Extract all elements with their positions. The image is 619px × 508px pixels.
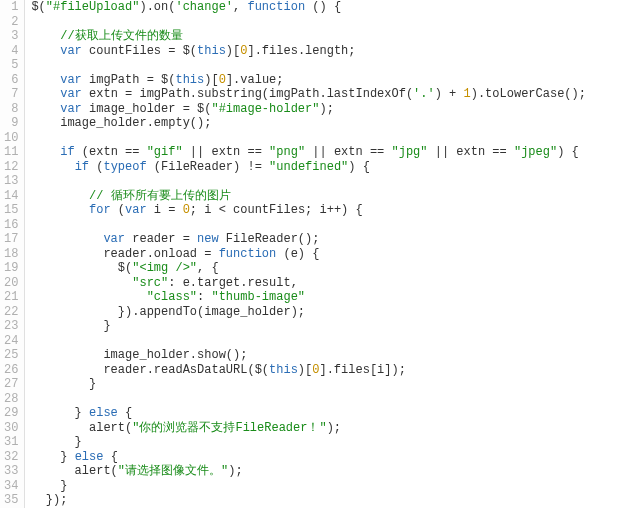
code-token: 1 xyxy=(464,87,471,101)
code-token: countFiles = $( xyxy=(82,44,197,58)
line-number: 11 xyxy=(4,145,18,160)
code-token: '.' xyxy=(413,87,435,101)
code-token: reader.readAsDataURL($( xyxy=(31,363,269,377)
code-line: $("<img />", { xyxy=(31,261,619,276)
code-token: else xyxy=(75,450,104,464)
code-token: }); xyxy=(31,493,67,507)
code-line: var image_holder = $("#image-holder"); xyxy=(31,102,619,117)
code-token: if xyxy=(60,145,74,159)
code-token xyxy=(31,290,146,304)
code-token: )[ xyxy=(204,73,218,87)
line-number: 8 xyxy=(4,102,18,117)
code-token: this xyxy=(197,44,226,58)
code-token: "jpg" xyxy=(392,145,428,159)
code-line: //获取上传文件的数量 xyxy=(31,29,619,44)
code-token: , xyxy=(233,0,247,14)
code-token: , { xyxy=(197,261,219,275)
code-token xyxy=(31,145,60,159)
line-number: 1 xyxy=(4,0,18,15)
code-token: "#fileUpload" xyxy=(46,0,140,14)
code-token: (FileReader) != xyxy=(147,160,269,174)
line-number: 5 xyxy=(4,58,18,73)
code-token: //获取上传文件的数量 xyxy=(60,29,182,43)
line-number: 25 xyxy=(4,348,18,363)
code-line: image_holder.empty(); xyxy=(31,116,619,131)
line-number: 22 xyxy=(4,305,18,320)
code-token: "src" xyxy=(132,276,168,290)
code-token: ) { xyxy=(557,145,579,159)
code-token: ).on( xyxy=(139,0,175,14)
code-token xyxy=(31,44,60,58)
code-token: this xyxy=(175,73,204,87)
code-token: this xyxy=(269,363,298,377)
line-number: 30 xyxy=(4,421,18,436)
code-token: "#image-holder" xyxy=(211,102,319,116)
code-token: ); xyxy=(228,464,242,478)
code-line: "class": "thumb-image" xyxy=(31,290,619,305)
code-token xyxy=(31,203,89,217)
line-number: 27 xyxy=(4,377,18,392)
code-line: } xyxy=(31,319,619,334)
code-line xyxy=(31,15,619,30)
line-number: 33 xyxy=(4,464,18,479)
code-line: alert("你的浏览器不支持FileReader！"); xyxy=(31,421,619,436)
line-number: 35 xyxy=(4,493,18,508)
code-token: "jpeg" xyxy=(514,145,557,159)
code-token: imgPath = $( xyxy=(82,73,176,87)
code-token: : xyxy=(197,290,211,304)
code-token xyxy=(31,87,60,101)
code-line xyxy=(31,334,619,349)
code-token xyxy=(31,276,132,290)
code-line xyxy=(31,58,619,73)
code-token: image_holder.empty(); xyxy=(31,116,211,130)
code-token: extn = imgPath.substring(imgPath.lastInd… xyxy=(82,87,413,101)
code-line: } xyxy=(31,377,619,392)
code-token: ].files[i]); xyxy=(319,363,405,377)
code-token xyxy=(31,102,60,116)
line-number: 10 xyxy=(4,131,18,146)
code-line: var reader = new FileReader(); xyxy=(31,232,619,247)
code-token: "class" xyxy=(147,290,197,304)
line-number: 31 xyxy=(4,435,18,450)
line-number: 28 xyxy=(4,392,18,407)
code-token: { xyxy=(118,406,132,420)
code-token: 'change' xyxy=(175,0,233,14)
code-token: var xyxy=(60,102,82,116)
code-token: : e.target.result, xyxy=(168,276,298,290)
line-number: 9 xyxy=(4,116,18,131)
code-token: ).toLowerCase(); xyxy=(471,87,586,101)
code-token: typeof xyxy=(103,160,146,174)
code-line xyxy=(31,174,619,189)
code-token: else xyxy=(89,406,118,420)
code-token: } xyxy=(31,406,89,420)
code-token: ); xyxy=(327,421,341,435)
code-token xyxy=(31,189,89,203)
code-token: (e) { xyxy=(276,247,319,261)
code-token: ) + xyxy=(435,87,464,101)
line-number: 29 xyxy=(4,406,18,421)
code-line: reader.onload = function (e) { xyxy=(31,247,619,262)
code-token: ].value; xyxy=(226,73,284,87)
code-token: } xyxy=(31,435,81,449)
code-line: } xyxy=(31,479,619,494)
code-line: "src": e.target.result, xyxy=(31,276,619,291)
code-token: image_holder = $( xyxy=(82,102,212,116)
line-number: 3 xyxy=(4,29,18,44)
line-number: 13 xyxy=(4,174,18,189)
code-token: } xyxy=(31,479,67,493)
code-token: "请选择图像文件。" xyxy=(118,464,228,478)
code-token xyxy=(31,232,103,246)
code-line: $("#fileUpload").on('change', function (… xyxy=(31,0,619,15)
code-line: if (typeof (FileReader) != "undefined") … xyxy=(31,160,619,175)
code-token: ) { xyxy=(348,160,370,174)
line-number: 34 xyxy=(4,479,18,494)
code-line: var countFiles = $(this)[0].files.length… xyxy=(31,44,619,59)
code-token: var xyxy=(60,73,82,87)
line-number: 2 xyxy=(4,15,18,30)
code-token: $( xyxy=(31,261,132,275)
code-token: "undefined" xyxy=(269,160,348,174)
line-number: 14 xyxy=(4,189,18,204)
code-token: ; i < countFiles; i++) { xyxy=(190,203,363,217)
code-token: var xyxy=(103,232,125,246)
code-token: // 循环所有要上传的图片 xyxy=(89,189,231,203)
